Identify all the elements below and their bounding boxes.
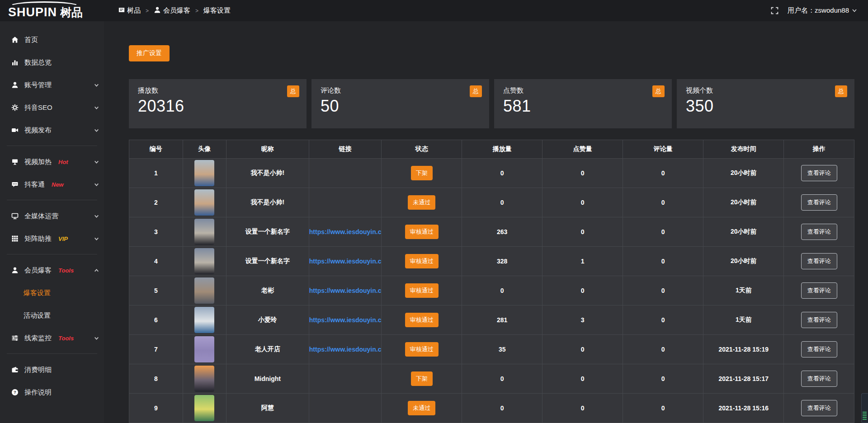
sidebar-item-label: 消费明细 <box>24 366 52 374</box>
cell-action: 查看评论 <box>784 188 854 217</box>
sidebar-item-douketong[interactable]: 抖客通New <box>0 173 104 196</box>
view-comments-button[interactable]: 查看评论 <box>801 165 837 181</box>
column-header: 操作 <box>784 140 854 159</box>
table-row: 9阿慧未通过0002021-11-28 15:16查看评论 <box>129 394 854 423</box>
sidebar-item-matrix-boost[interactable]: 矩阵助推VIP <box>0 227 104 250</box>
cell-comments: 0 <box>623 188 703 217</box>
status-button[interactable]: 审核通过 <box>405 313 439 327</box>
screen-icon <box>11 158 19 166</box>
cell-link: https://www.iesdouyin.c <box>309 306 381 335</box>
sidebar-item-data-overview[interactable]: 数据总览 <box>0 51 104 74</box>
sidebar-item-baoke-settings[interactable]: 爆客设置 <box>0 282 104 304</box>
wallet-icon <box>11 366 19 374</box>
sidebar-item-account-manage[interactable]: 账号管理 <box>0 74 104 96</box>
table-row: 4设置一个新名字https://www.iesdouyin.c审核通过32810… <box>129 247 854 276</box>
widget-green-bars <box>863 411 867 420</box>
cell-avatar <box>183 247 226 276</box>
breadcrumb: 树品 > 会员爆客 > 爆客设置 <box>118 6 231 15</box>
view-comments-button[interactable]: 查看评论 <box>801 371 837 387</box>
status-button[interactable]: 审核通过 <box>405 254 439 268</box>
stat-card: 播放数20316总 <box>129 79 307 128</box>
status-button[interactable]: 未通过 <box>408 401 435 415</box>
column-header: 发布时间 <box>703 140 784 159</box>
cell-nickname: Midnight <box>226 364 309 394</box>
sidebar-item-member-baoke[interactable]: 会员爆客Tools <box>0 259 104 282</box>
home-icon <box>11 36 19 44</box>
sidebar-item-activity-settings[interactable]: 活动设置 <box>0 304 104 327</box>
view-comments-button[interactable]: 查看评论 <box>801 194 837 211</box>
floating-widget[interactable] <box>861 393 868 423</box>
cell-avatar <box>183 335 226 364</box>
breadcrumb-label: 树品 <box>127 6 141 15</box>
breadcrumb-item-home[interactable]: 树品 <box>118 6 141 15</box>
chevron-down-icon <box>94 182 99 188</box>
cell-status: 下架 <box>382 159 462 188</box>
chevron-down-icon <box>94 159 99 165</box>
chevron-down-icon <box>94 213 99 219</box>
cell-plays: 0 <box>462 276 542 306</box>
chevron-down-icon <box>94 127 99 133</box>
sidebar-item-label: 全媒体运营 <box>24 212 58 221</box>
sidebar-item-video-publish[interactable]: 视频发布 <box>0 119 104 141</box>
stat-card-value: 50 <box>321 97 480 116</box>
video-link[interactable]: https://www.iesdouyin.c <box>309 316 382 324</box>
status-button[interactable]: 下架 <box>411 371 433 386</box>
logo-arc <box>9 1 80 11</box>
sidebar-nav: 首页数据总览账号管理抖音SEO视频发布视频加热Hot抖客通New全媒体运营矩阵助… <box>0 21 104 423</box>
column-header: 点赞量 <box>542 140 623 159</box>
cell-likes: 0 <box>542 217 623 247</box>
avatar <box>194 219 214 245</box>
sidebar-item-badge: New <box>52 181 64 188</box>
cell-likes: 0 <box>542 394 623 423</box>
view-comments-button[interactable]: 查看评论 <box>801 400 837 416</box>
cell-likes: 1 <box>542 247 623 276</box>
sidebar-item-label: 数据总览 <box>24 58 52 67</box>
view-comments-button[interactable]: 查看评论 <box>801 253 837 269</box>
video-link[interactable]: https://www.iesdouyin.c <box>309 258 382 265</box>
breadcrumb-item-member[interactable]: 会员爆客 <box>154 6 190 15</box>
app-window-icon <box>118 7 127 14</box>
view-comments-button[interactable]: 查看评论 <box>801 282 837 299</box>
sidebar-item-badge: Hot <box>58 159 68 165</box>
sidebar-item-douyin-seo[interactable]: 抖音SEO <box>0 96 104 119</box>
cell-action: 查看评论 <box>784 394 854 423</box>
cell-action: 查看评论 <box>784 217 854 247</box>
video-link[interactable]: https://www.iesdouyin.c <box>309 228 382 235</box>
sidebar-item-all-media[interactable]: 全媒体运营 <box>0 205 104 227</box>
chevron-up-icon <box>94 268 99 273</box>
status-button[interactable]: 审核通过 <box>405 283 439 298</box>
status-button[interactable]: 下架 <box>411 166 433 180</box>
topbar-right: 用户名：zswodun88 <box>771 6 868 15</box>
chevron-down-icon <box>94 105 99 111</box>
promo-settings-button[interactable]: 推广设置 <box>129 45 170 61</box>
sidebar-item-consume-detail[interactable]: 消费明细 <box>0 358 104 381</box>
stat-card-label: 视频个数 <box>686 86 845 95</box>
table-row: 2我不是小帅!未通过00020小时前查看评论 <box>129 188 854 217</box>
sidebar-item-label: 抖音SEO <box>24 103 52 112</box>
cell-action: 查看评论 <box>784 159 854 188</box>
grid-icon <box>11 235 19 243</box>
sidebar-item-home[interactable]: 首页 <box>0 28 104 51</box>
video-link[interactable]: https://www.iesdouyin.c <box>309 287 382 294</box>
sliders-icon <box>11 334 19 342</box>
sidebar-item-operation-guide[interactable]: ?操作说明 <box>0 381 104 404</box>
video-link[interactable]: https://www.iesdouyin.c <box>309 346 382 353</box>
cell-id: 3 <box>129 217 183 247</box>
status-button[interactable]: 审核通过 <box>405 342 439 357</box>
cell-plays: 0 <box>462 364 542 394</box>
fullscreen-icon[interactable] <box>771 7 778 14</box>
cell-id: 6 <box>129 306 183 335</box>
breadcrumb-separator: > <box>146 8 149 14</box>
view-comments-button[interactable]: 查看评论 <box>801 312 837 328</box>
status-button[interactable]: 未通过 <box>408 195 435 210</box>
cell-publish-time: 20小时前 <box>703 159 784 188</box>
sidebar-item-video-heat[interactable]: 视频加热Hot <box>0 150 104 173</box>
status-button[interactable]: 审核通过 <box>405 225 439 239</box>
cell-avatar <box>183 159 226 188</box>
user-menu[interactable]: 用户名：zswodun88 <box>788 6 857 15</box>
gear-icon <box>11 103 19 112</box>
view-comments-button[interactable]: 查看评论 <box>801 341 837 357</box>
cell-likes: 3 <box>542 306 623 335</box>
sidebar-item-clue-monitor[interactable]: 线索监控Tools <box>0 327 104 349</box>
view-comments-button[interactable]: 查看评论 <box>801 224 837 240</box>
